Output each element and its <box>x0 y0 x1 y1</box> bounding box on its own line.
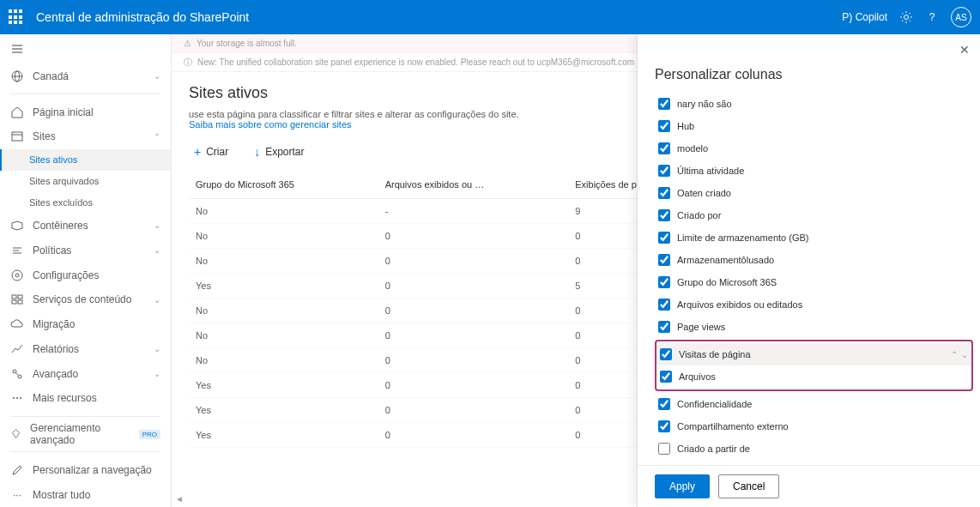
copilot-link[interactable]: P) Copilot <box>842 11 887 23</box>
nav-more[interactable]: Mais recursos <box>0 386 171 411</box>
cancel-button[interactable]: Cancel <box>718 474 779 498</box>
column-checkbox[interactable] <box>658 165 670 177</box>
column-option[interactable]: Limite de armazenamento (GB) <box>655 226 973 249</box>
column-option[interactable]: Arquivos <box>656 365 971 388</box>
info-icon: ⓘ <box>184 57 192 69</box>
column-option[interactable]: nary não são <box>655 93 973 115</box>
cell: No <box>189 224 378 249</box>
nav-home[interactable]: Página inicial <box>0 100 171 124</box>
column-option[interactable]: Última atividade <box>655 160 973 182</box>
apply-button[interactable]: Apply <box>655 474 710 498</box>
column-label: Limite de armazenamento (GB) <box>677 232 808 243</box>
column-option[interactable]: Page views <box>655 316 973 338</box>
cell: 0 <box>378 423 569 448</box>
nav-migration[interactable]: Migração <box>0 312 171 337</box>
nav-settings[interactable]: Configurações <box>0 263 171 287</box>
column-option[interactable]: modelo <box>655 137 973 160</box>
export-button[interactable]: ↓ Exportar <box>249 142 309 162</box>
column-option[interactable]: Grupo do Microsoft 36S <box>655 271 973 293</box>
column-checkbox[interactable] <box>658 299 670 311</box>
column-label: Criado por <box>677 210 721 220</box>
column-label: Oaten criado <box>677 188 731 198</box>
nav-content-services[interactable]: Serviços de conteúdo ⌄ <box>0 287 171 312</box>
svg-point-22 <box>16 397 18 399</box>
svg-point-13 <box>12 270 22 281</box>
nav-sites-archived[interactable]: Sites arquivados <box>0 171 171 192</box>
nav-sites-deleted[interactable]: Sites excluídos <box>0 192 171 214</box>
svg-rect-14 <box>12 295 16 299</box>
nav-reports[interactable]: Relatórios ⌄ <box>0 336 171 361</box>
help-icon[interactable]: ? <box>925 10 939 24</box>
column-checkbox[interactable] <box>658 209 670 221</box>
policies-icon <box>10 244 24 257</box>
column-label: Confidencialidade <box>677 399 752 409</box>
col-files-viewed[interactable]: Arquivos exibidos ou … <box>378 171 569 199</box>
column-checkbox[interactable] <box>658 232 670 244</box>
column-checkbox[interactable] <box>660 348 672 360</box>
nav-containers[interactable]: Contêineres ⌄ <box>0 214 171 238</box>
home-icon <box>10 106 24 119</box>
scroll-left-icon[interactable]: ◄ <box>175 494 184 504</box>
close-icon[interactable]: ✕ <box>959 43 970 57</box>
column-option[interactable]: Criado por <box>655 204 973 226</box>
nav-adv-mgmt[interactable]: Gerenciamento avançado PRO <box>0 422 171 447</box>
column-option[interactable]: Confidencialidade <box>655 393 973 415</box>
pro-badge: PRO <box>139 430 160 439</box>
app-launcher-icon[interactable] <box>9 9 24 25</box>
nav-sites-active[interactable]: Sites ativos <box>0 149 171 171</box>
download-icon: ↓ <box>254 145 260 159</box>
column-checkbox[interactable] <box>658 98 670 110</box>
column-checkbox[interactable] <box>658 120 670 132</box>
column-checkbox[interactable] <box>658 443 670 455</box>
column-checkbox[interactable] <box>660 371 672 383</box>
cell: Yes <box>189 274 378 299</box>
cell: 0 <box>378 249 569 274</box>
create-button[interactable]: + Criar <box>189 142 233 162</box>
column-option[interactable]: Compartilhamento externo <box>655 415 973 438</box>
chevron-down-icon: ⌄ <box>154 245 160 255</box>
ellipsis-icon: ··· <box>10 488 24 502</box>
cell: - <box>378 199 569 224</box>
cell: 0 <box>378 348 569 373</box>
nav-sites[interactable]: Sites ⌃ <box>0 124 171 149</box>
customize-columns-panel: ✕ Personalizar colunas nary não sãoHubmo… <box>637 34 980 507</box>
column-option[interactable]: Armazenamentôlusado <box>655 249 973 271</box>
column-checkbox[interactable] <box>658 420 670 432</box>
cell: No <box>189 199 378 224</box>
column-option[interactable]: Visitas de página⌃⌄ <box>656 343 971 365</box>
gear-icon <box>10 269 24 282</box>
settings-icon[interactable] <box>899 10 913 24</box>
column-checkbox[interactable] <box>658 142 670 154</box>
chart-icon <box>10 342 24 356</box>
column-checkbox[interactable] <box>658 276 670 288</box>
nav-collapse-icon[interactable] <box>0 34 171 64</box>
tenant-switcher[interactable]: Canadá ⌄ <box>0 64 171 89</box>
cell: Yes <box>189 423 378 448</box>
nav-show-all[interactable]: ··· Mostrar tudo <box>0 482 171 507</box>
column-option[interactable]: Hub <box>655 115 973 137</box>
cell: 0 <box>378 323 569 348</box>
col-m365[interactable]: Grupo do Microsoft 365 <box>189 171 378 199</box>
column-checkbox[interactable] <box>658 321 670 333</box>
column-label: Hub <box>677 121 694 131</box>
column-option[interactable]: Arquivos exibidos ou editados <box>655 293 973 316</box>
column-checkbox[interactable] <box>658 254 670 266</box>
column-label: Armazenamentôlusado <box>677 255 774 265</box>
nav-advanced[interactable]: Avançado ⌄ <box>0 361 171 386</box>
column-option[interactable]: Script personalizado <box>655 460 973 465</box>
left-nav: Canadá ⌄ Página inicial Sites ⌃ Sites at… <box>0 34 172 507</box>
diamond-icon <box>10 427 21 441</box>
column-option[interactable]: Criado a partir de <box>655 438 973 460</box>
topbar: Central de administração do SharePoint P… <box>0 0 980 34</box>
nav-policies[interactable]: Políticas ⌄ <box>0 238 171 263</box>
svg-point-0 <box>904 15 909 20</box>
column-checkbox[interactable] <box>658 398 670 410</box>
column-checkbox[interactable] <box>658 187 670 199</box>
edit-icon <box>10 463 24 477</box>
avatar[interactable]: AS <box>951 7 971 27</box>
app-title: Central de administração do SharePoint <box>36 10 842 24</box>
reorder-arrows[interactable]: ⌃⌄ <box>951 350 968 359</box>
column-option[interactable]: Oaten criado <box>655 182 973 204</box>
nav-customize[interactable]: Personalizar a navegação <box>0 457 171 482</box>
svg-point-19 <box>18 375 21 378</box>
